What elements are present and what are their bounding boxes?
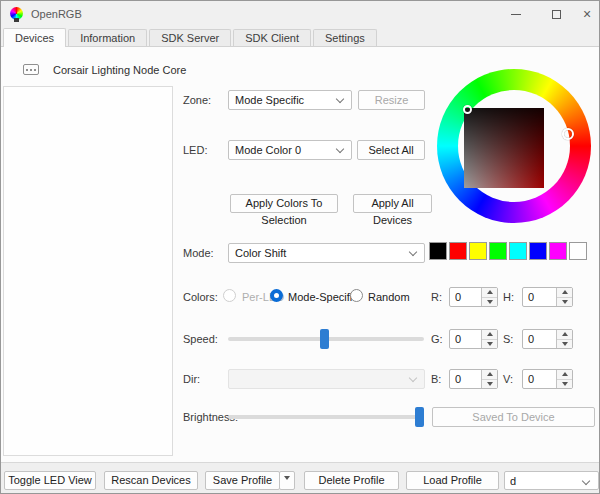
device-led-view[interactable] xyxy=(3,86,173,456)
h-label: H: xyxy=(503,291,514,303)
s-spinbox[interactable] xyxy=(522,329,573,349)
s-label: S: xyxy=(503,333,513,345)
profile-name-input[interactable] xyxy=(505,475,583,487)
b-spinbox[interactable] xyxy=(449,369,498,389)
zone-label: Zone: xyxy=(183,94,211,106)
sv-selector[interactable] xyxy=(463,105,472,114)
tab-sdk-client[interactable]: SDK Client xyxy=(233,29,311,46)
h-value-input[interactable] xyxy=(523,288,556,306)
r-increment-button[interactable] xyxy=(482,288,497,298)
saturation-value-square[interactable] xyxy=(464,108,544,188)
b-value-input[interactable] xyxy=(450,370,481,388)
close-button[interactable]: × xyxy=(575,1,599,27)
radio-mode-specific-label[interactable]: Mode-Specific xyxy=(288,291,358,303)
g-decrement-button[interactable] xyxy=(482,340,497,349)
saved-to-device-button[interactable]: Saved To Device xyxy=(432,407,595,427)
apply-all-devices-button[interactable]: Apply All Devices xyxy=(353,194,432,213)
led-value: Mode Color 0 xyxy=(235,144,301,156)
toggle-led-view-button[interactable]: Toggle LED View xyxy=(4,471,96,490)
arrow-down-icon xyxy=(284,476,290,492)
mode-value: Color Shift xyxy=(235,247,286,259)
h-decrement-button[interactable] xyxy=(557,298,572,307)
tab-settings[interactable]: Settings xyxy=(313,29,377,46)
hue-selector[interactable] xyxy=(562,128,574,140)
b-decrement-button[interactable] xyxy=(482,380,497,389)
arrow-down-icon xyxy=(487,342,493,346)
save-profile-dropdown-button[interactable] xyxy=(279,471,295,490)
rescan-devices-button[interactable]: Rescan Devices xyxy=(104,471,198,490)
profile-combobox[interactable] xyxy=(504,471,599,490)
arrow-up-icon xyxy=(562,372,568,376)
window-title: OpenRGB xyxy=(31,8,82,20)
h-increment-button[interactable] xyxy=(557,288,572,298)
swatch-green[interactable] xyxy=(489,242,507,260)
save-profile-button[interactable]: Save Profile xyxy=(205,471,280,490)
chevron-down-icon xyxy=(582,476,590,484)
brightness-slider-track[interactable] xyxy=(228,415,424,419)
chevron-down-icon xyxy=(336,145,344,153)
speed-slider-handle[interactable] xyxy=(320,329,329,349)
r-value-input[interactable] xyxy=(450,288,481,306)
b-label: B: xyxy=(431,373,441,385)
swatch-red[interactable] xyxy=(449,242,467,260)
g-spinbox[interactable] xyxy=(449,329,498,349)
colors-label: Colors: xyxy=(183,291,218,303)
radio-mode-specific[interactable] xyxy=(270,289,283,302)
v-value-input[interactable] xyxy=(523,370,556,388)
close-icon: × xyxy=(583,6,591,22)
led-select[interactable]: Mode Color 0 xyxy=(228,140,352,160)
mode-select[interactable]: Color Shift xyxy=(228,243,425,263)
speed-slider[interactable] xyxy=(228,329,424,349)
s-increment-button[interactable] xyxy=(557,330,572,340)
g-value-input[interactable] xyxy=(450,330,481,348)
swatch-black[interactable] xyxy=(429,242,447,260)
radio-random-label[interactable]: Random xyxy=(368,291,410,303)
tab-bar: Devices Information SDK Server SDK Clien… xyxy=(1,28,599,47)
zone-value: Mode Specific xyxy=(235,94,304,106)
tab-devices[interactable]: Devices xyxy=(3,28,66,47)
minimize-button[interactable] xyxy=(499,1,533,27)
footer-bar: Toggle LED View Rescan Devices Save Prof… xyxy=(1,462,599,493)
s-decrement-button[interactable] xyxy=(557,340,572,349)
radio-random[interactable] xyxy=(350,289,363,302)
h-spinbox[interactable] xyxy=(522,287,573,307)
arrow-down-icon xyxy=(562,342,568,346)
arrow-up-icon xyxy=(487,290,493,294)
load-profile-button[interactable]: Load Profile xyxy=(406,471,499,490)
radio-per-led[interactable] xyxy=(223,289,236,302)
b-increment-button[interactable] xyxy=(482,370,497,380)
maximize-button[interactable] xyxy=(539,1,573,27)
arrow-up-icon xyxy=(562,290,568,294)
s-value-input[interactable] xyxy=(523,330,556,348)
swatch-blue[interactable] xyxy=(529,242,547,260)
r-spinbox[interactable] xyxy=(449,287,498,307)
tab-sdk-server[interactable]: SDK Server xyxy=(149,29,231,46)
g-increment-button[interactable] xyxy=(482,330,497,340)
swatch-white[interactable] xyxy=(569,242,587,260)
v-decrement-button[interactable] xyxy=(557,380,572,389)
v-increment-button[interactable] xyxy=(557,370,572,380)
dir-select[interactable] xyxy=(228,369,425,389)
resize-button[interactable]: Resize xyxy=(358,90,425,110)
apply-colors-to-selection-button[interactable]: Apply Colors To Selection xyxy=(230,194,338,213)
arrow-up-icon xyxy=(487,372,493,376)
device-tree-item[interactable]: Corsair Lighting Node Core xyxy=(1,59,281,81)
arrow-down-icon xyxy=(562,300,568,304)
brightness-slider[interactable] xyxy=(228,407,424,427)
brightness-slider-handle[interactable] xyxy=(415,407,424,427)
chevron-down-icon xyxy=(336,95,344,103)
swatch-magenta[interactable] xyxy=(549,242,567,260)
tab-information[interactable]: Information xyxy=(68,29,147,46)
led-controller-icon xyxy=(23,64,39,75)
zone-select[interactable]: Mode Specific xyxy=(228,90,352,110)
swatch-yellow[interactable] xyxy=(469,242,487,260)
delete-profile-button[interactable]: Delete Profile xyxy=(304,471,399,490)
color-wheel[interactable] xyxy=(437,69,591,223)
swatch-cyan[interactable] xyxy=(509,242,527,260)
r-decrement-button[interactable] xyxy=(482,298,497,307)
arrow-up-icon xyxy=(562,332,568,336)
select-all-button[interactable]: Select All xyxy=(357,140,425,160)
chevron-down-icon xyxy=(409,248,417,256)
led-label: LED: xyxy=(183,144,207,156)
v-spinbox[interactable] xyxy=(522,369,573,389)
